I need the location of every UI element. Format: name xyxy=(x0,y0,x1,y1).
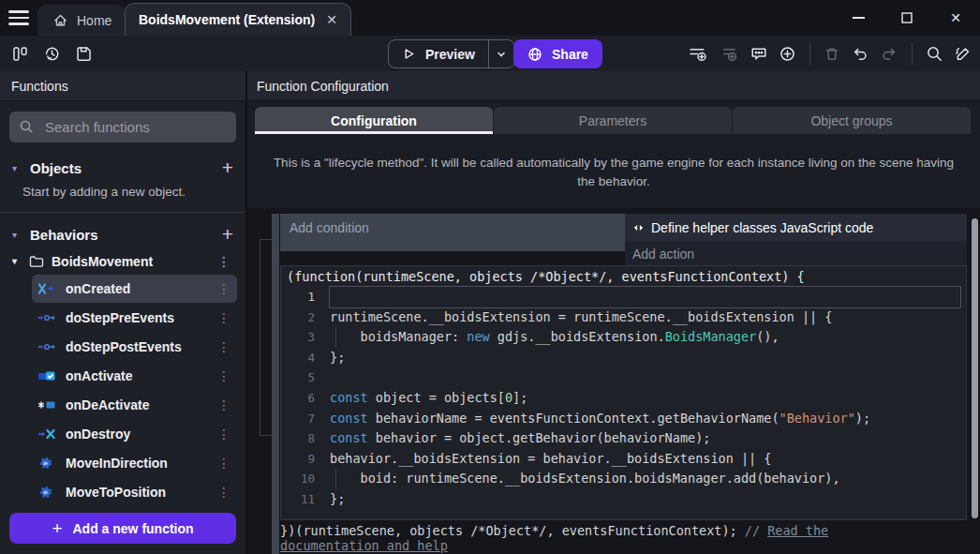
toolbar-separator xyxy=(912,42,913,65)
line-number: 5 xyxy=(281,367,330,388)
gear-icon: » xyxy=(37,486,56,499)
function-item-onDeActivate[interactable]: onDeActivate⋮ xyxy=(32,391,237,419)
globe-icon xyxy=(527,47,542,62)
toolbar-left-icons xyxy=(11,36,93,71)
add-function-button[interactable]: + Add a new function xyxy=(9,513,236,544)
code-line-6[interactable]: 6const object = objects[0]; xyxy=(281,388,966,409)
add-object-button[interactable]: + xyxy=(222,158,233,177)
add-comment-icon[interactable] xyxy=(750,45,768,63)
search-icon xyxy=(19,119,35,135)
history-icon[interactable] xyxy=(43,45,61,63)
undo-icon[interactable] xyxy=(851,45,869,63)
preview-dropdown-button[interactable] xyxy=(488,40,514,67)
objects-empty-text: Start by adding a new object. xyxy=(0,182,245,208)
code-line-2[interactable]: 2runtimeScene.__boidsExtension = runtime… xyxy=(281,307,966,328)
redo-icon xyxy=(880,45,898,63)
preview-button[interactable]: Preview xyxy=(388,39,515,68)
gdevelop-window: Home BoidsMovement (Extension) ✕ ✕ Previ… xyxy=(0,0,980,554)
function-item-doStepPostEvents[interactable]: doStepPostEvents⋮ xyxy=(32,333,237,361)
tab-extension[interactable]: BoidsMovement (Extension) ✕ xyxy=(125,3,351,36)
event-right-column: Define helper classes JavaScript code Ad… xyxy=(625,214,967,266)
code-token: behavior.__boidsExtension = behavior.__b… xyxy=(330,451,771,466)
function-label: onActivate xyxy=(66,368,133,383)
item-menu-icon[interactable]: ⋮ xyxy=(215,368,233,383)
search-functions-box[interactable] xyxy=(9,112,236,142)
function-item-onActivate[interactable]: onActivate⋮ xyxy=(32,362,237,390)
tab-close-icon[interactable]: ✕ xyxy=(326,12,337,27)
tab-home[interactable]: Home xyxy=(37,5,126,36)
line-text: const behavior = object.getBehavior(beha… xyxy=(330,428,960,449)
add-circle-icon[interactable] xyxy=(779,45,796,63)
share-button[interactable]: Share xyxy=(513,39,602,68)
maximize-button[interactable] xyxy=(883,0,931,36)
tab-parameters[interactable]: Parameters xyxy=(494,107,732,134)
close-button[interactable]: ✕ xyxy=(931,0,980,36)
code-line-10[interactable]: 10 boid: runtimeScene.__boidsExtension.b… xyxy=(281,469,966,489)
event-drag-handle[interactable] xyxy=(272,214,279,554)
code-line-4[interactable]: 4}; xyxy=(281,348,966,368)
item-menu-icon[interactable]: ⋮ xyxy=(215,427,233,442)
item-menu-icon[interactable]: ⋮ xyxy=(215,310,233,325)
hamburger-menu-icon[interactable] xyxy=(8,10,29,25)
js-event-title[interactable]: Define helper classes JavaScript code xyxy=(625,214,967,241)
code-token: const xyxy=(330,390,368,405)
add-action-cell[interactable]: Add action xyxy=(625,241,967,266)
line-number: 1 xyxy=(281,287,330,307)
item-menu-icon[interactable]: ⋮ xyxy=(215,456,233,471)
footer-comment-prefix: // xyxy=(745,523,767,538)
events-sheet: Add condition Define helper classes Java… xyxy=(247,208,980,554)
title-bar: Home BoidsMovement (Extension) ✕ ✕ xyxy=(0,0,980,36)
code-line-5[interactable]: 5 xyxy=(281,367,966,388)
line-text: }; xyxy=(330,489,960,510)
line-text: const object = objects[0]; xyxy=(330,388,960,409)
code-line-11[interactable]: 11}; xyxy=(281,489,966,510)
function-item-onDestroy[interactable]: onDestroy⋮ xyxy=(32,420,237,448)
code-line-1[interactable]: 1 xyxy=(281,287,966,307)
code-line-8[interactable]: 8const behavior = object.getBehavior(beh… xyxy=(281,428,966,449)
svg-text:»: » xyxy=(43,458,49,468)
code-line-3[interactable]: 3 boidsManager: new gdjs.__boidsExtensio… xyxy=(281,327,966,348)
item-menu-icon[interactable]: ⋮ xyxy=(215,397,233,412)
add-event-icon[interactable] xyxy=(688,45,708,63)
behavior-folder-row[interactable]: ▾ BoidsMovement ⋮ xyxy=(0,248,245,274)
code-line-7[interactable]: 7const behaviorName = eventsFunctionCont… xyxy=(281,409,966,429)
minimize-button[interactable] xyxy=(834,0,883,36)
code-token: behavior = object.getBehavior(behaviorNa… xyxy=(368,430,711,445)
toolbar-separator xyxy=(809,42,810,65)
project-manager-icon[interactable] xyxy=(11,45,29,63)
share-label: Share xyxy=(552,47,588,62)
folder-menu-icon[interactable]: ⋮ xyxy=(215,254,233,269)
gear-icon: » xyxy=(37,457,56,470)
function-item-onCreated[interactable]: onCreated⋮ xyxy=(32,275,237,303)
behaviors-label: Behaviors xyxy=(30,227,98,243)
tab-configuration[interactable]: Configuration xyxy=(255,107,493,134)
on-activate-icon xyxy=(37,369,56,382)
function-item-doStepPreEvents[interactable]: doStepPreEvents⋮ xyxy=(32,304,237,332)
item-menu-icon[interactable]: ⋮ xyxy=(215,485,233,500)
code-line-9[interactable]: 9behavior.__boidsExtension = behavior.__… xyxy=(281,449,966,470)
toolbar-right-icons xyxy=(688,36,973,71)
search-icon[interactable] xyxy=(926,45,943,63)
behaviors-section-header[interactable]: ▾ Behaviors + xyxy=(0,220,245,248)
item-menu-icon[interactable]: ⋮ xyxy=(215,281,233,296)
code-token: new xyxy=(467,329,489,344)
search-input[interactable] xyxy=(43,118,233,136)
do-step-icon xyxy=(37,340,56,353)
code-wrapper-header: (function(runtimeScene, objects /*Object… xyxy=(281,266,966,287)
function-item-MoveInDirection[interactable]: »MoveInDirection⋮ xyxy=(32,449,237,477)
add-function-label: Add a new function xyxy=(73,521,194,536)
save-icon[interactable] xyxy=(75,45,93,63)
panel-title: Function Configuration xyxy=(247,71,980,101)
tab-home-label: Home xyxy=(77,13,111,28)
event-indent-bracket xyxy=(260,239,272,436)
item-menu-icon[interactable]: ⋮ xyxy=(215,339,233,354)
objects-section-header[interactable]: ▾ Objects + xyxy=(0,154,245,182)
code-token: "Behavior" xyxy=(780,411,855,426)
tab-object-groups[interactable]: Object groups xyxy=(733,107,971,134)
add-condition-cell[interactable]: Add condition xyxy=(280,214,625,251)
js-code-editor[interactable]: (function(runtimeScene, objects /*Object… xyxy=(280,265,967,520)
add-behavior-button[interactable]: + xyxy=(222,225,233,244)
function-item-MoveToPosition[interactable]: »MoveToPosition⋮ xyxy=(32,478,237,506)
edit-icon[interactable] xyxy=(954,45,973,63)
events-scrollbar[interactable] xyxy=(972,218,978,518)
